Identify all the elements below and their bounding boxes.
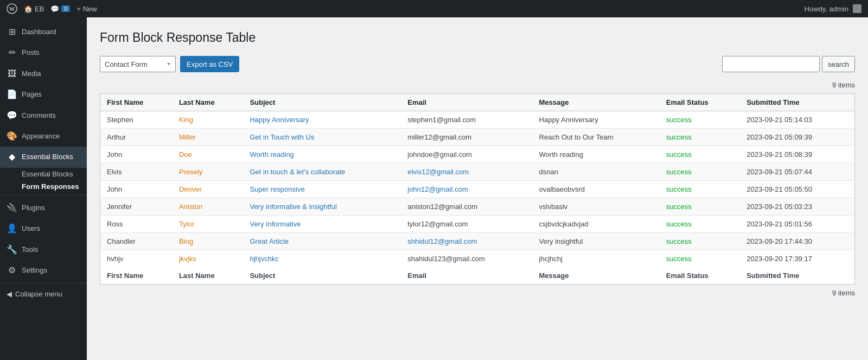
comments-sidebar-icon: 💬 bbox=[7, 110, 17, 122]
avatar[interactable] bbox=[853, 4, 861, 13]
items-count-bottom: 9 items bbox=[100, 289, 855, 297]
table-row: RossTylorVery Informativetylor12@gmail.c… bbox=[100, 216, 855, 233]
wp-logo-icon: W bbox=[7, 3, 17, 14]
search-button[interactable]: search bbox=[822, 56, 855, 72]
table-cell: Super responsive bbox=[243, 181, 401, 198]
table-row: ElvisPreselyGet in touch & let's collabo… bbox=[100, 163, 855, 181]
table-cell: elvis12@gmail.com bbox=[401, 163, 532, 181]
tools-icon: 🔧 bbox=[7, 244, 17, 256]
footer-submitted: Submitted Time bbox=[740, 267, 854, 285]
table-cell: success bbox=[660, 250, 740, 268]
table-row: JenniferAnistonVery informative & insigh… bbox=[100, 198, 855, 216]
table-cell: 2023-09-21 05:08:39 bbox=[740, 146, 854, 163]
sidebar-item-pages[interactable]: 📄 Pages bbox=[0, 84, 87, 105]
table-cell: Chandler bbox=[100, 233, 173, 250]
essential-blocks-icon: ◆ bbox=[7, 151, 17, 163]
sidebar-sub-label-form: Form Responses bbox=[22, 182, 79, 191]
table-cell: 2023-09-21 05:07:44 bbox=[740, 163, 854, 181]
footer-firstname: First Name bbox=[100, 267, 173, 285]
table-cell: 2023-09-20 17:39:17 bbox=[740, 250, 854, 268]
sidebar-item-comments[interactable]: 💬 Comments bbox=[0, 105, 87, 126]
sidebar-label-tools: Tools bbox=[22, 245, 38, 255]
admin-bar-right: Howdy, admin bbox=[805, 4, 861, 13]
table-cell: Worth reading bbox=[533, 146, 660, 163]
table-cell: Jennifer bbox=[100, 198, 173, 216]
site-name-link[interactable]: 🏠 EB bbox=[24, 5, 44, 13]
table-cell: 2023-09-21 05:05:50 bbox=[740, 181, 854, 198]
sidebar-item-tools[interactable]: 🔧 Tools bbox=[0, 239, 87, 260]
col-header-email: Email bbox=[401, 94, 532, 111]
table-cell: Very informative & insightful bbox=[243, 198, 401, 216]
col-header-firstname: First Name bbox=[100, 94, 173, 111]
page-title: Form Block Response Table bbox=[100, 30, 855, 45]
sidebar-item-settings[interactable]: ⚙ Settings bbox=[0, 260, 87, 281]
sidebar-item-posts[interactable]: ✏ Posts bbox=[0, 42, 87, 63]
wp-logo-link[interactable]: W bbox=[7, 3, 17, 14]
sidebar-sub-essential-blocks[interactable]: Essential Blocks bbox=[0, 168, 87, 180]
table-cell: 2023-09-21 05:03:23 bbox=[740, 198, 854, 216]
table-cell: stephen1@gmail.com bbox=[401, 111, 532, 129]
table-cell: ovalbaeobvsrd bbox=[533, 181, 660, 198]
sidebar-item-dashboard[interactable]: ⊞ Dashboard bbox=[0, 22, 87, 42]
comment-icon: 💬 bbox=[50, 5, 59, 13]
table-cell: success bbox=[660, 146, 740, 163]
table-cell: Presely bbox=[173, 163, 244, 181]
table-cell: Get in Touch with Us bbox=[243, 129, 401, 146]
dashboard-icon: ⊞ bbox=[7, 26, 17, 38]
table-row: ArthurMillerGet in Touch with Usmiller12… bbox=[100, 129, 855, 146]
table-cell: Happy Anniversary bbox=[243, 111, 401, 129]
new-button[interactable]: + New bbox=[76, 5, 97, 13]
table-cell: Aniston bbox=[173, 198, 244, 216]
sidebar-item-essential-blocks[interactable]: ◆ Essential Blocks bbox=[0, 147, 87, 167]
form-selector[interactable]: Contact Form bbox=[100, 56, 176, 72]
table-row: JohnDenverSuper responsivejohn12@gmail.c… bbox=[100, 181, 855, 198]
main-content: Form Block Response Table Contact Form E… bbox=[87, 17, 868, 360]
footer-status: Email Status bbox=[660, 267, 740, 285]
table-cell: hjhjvchkc bbox=[243, 250, 401, 268]
col-header-subject: Subject bbox=[243, 94, 401, 111]
table-cell: Great Article bbox=[243, 233, 401, 250]
items-count-top: 9 items bbox=[100, 81, 855, 89]
table-cell: Stephen bbox=[100, 111, 173, 129]
sidebar-item-plugins[interactable]: 🔌 Plugins bbox=[0, 198, 87, 218]
table-body: StephenKingHappy Anniversarystephen1@gma… bbox=[100, 111, 855, 268]
col-header-status: Email Status bbox=[660, 94, 740, 111]
sidebar-item-appearance[interactable]: 🎨 Appearance bbox=[0, 126, 87, 147]
sidebar-item-users[interactable]: 👤 Users bbox=[0, 218, 87, 239]
table-row: StephenKingHappy Anniversarystephen1@gma… bbox=[100, 111, 855, 129]
sidebar-sub-label-eb: Essential Blocks bbox=[22, 170, 73, 178]
table-cell: Bing bbox=[173, 233, 244, 250]
sidebar-sub-form-responses[interactable]: Form Responses bbox=[0, 180, 87, 193]
table-footer-row: First Name Last Name Subject Email Messa… bbox=[100, 267, 855, 285]
table-cell: John bbox=[100, 181, 173, 198]
table-cell: Happy Anniversary bbox=[533, 111, 660, 129]
search-area: search bbox=[722, 56, 855, 72]
comments-link[interactable]: 💬 0 bbox=[50, 5, 70, 13]
table-cell: Elvis bbox=[100, 163, 173, 181]
admin-bar-left: W 🏠 EB 💬 0 + New bbox=[7, 3, 798, 14]
table-cell: hvhjv bbox=[100, 250, 173, 268]
table-cell: aniston12@gmail.com bbox=[401, 198, 532, 216]
table-cell: success bbox=[660, 163, 740, 181]
response-table: First Name Last Name Subject Email Messa… bbox=[100, 93, 855, 285]
export-csv-button[interactable]: Export as CSV bbox=[180, 56, 239, 72]
footer-email: Email bbox=[401, 267, 532, 285]
table-cell: 2023-09-20 17:44:30 bbox=[740, 233, 854, 250]
table-cell: shahidul123@gmail.com bbox=[401, 250, 532, 268]
sidebar-item-media[interactable]: 🖼 Media bbox=[0, 64, 87, 84]
sidebar-label-appearance: Appearance bbox=[22, 131, 60, 141]
table-cell: Very insightful bbox=[533, 233, 660, 250]
howdy-text: Howdy, admin bbox=[805, 5, 848, 13]
table-cell: Get in touch & let's collaborate bbox=[243, 163, 401, 181]
table-cell: dsnan bbox=[533, 163, 660, 181]
collapse-menu-button[interactable]: ◀ Collapse menu bbox=[0, 286, 87, 302]
search-input[interactable] bbox=[722, 56, 820, 72]
sidebar: ⊞ Dashboard ✏ Posts 🖼 Media 📄 Pages 💬 Co… bbox=[0, 17, 87, 360]
table-cell: tylor12@gmail.com bbox=[401, 216, 532, 233]
table-row: JohnDoeWorth readingjohndoe@gmail.comWor… bbox=[100, 146, 855, 163]
col-header-submitted: Submitted Time bbox=[740, 94, 854, 111]
table-cell: 2023-09-21 05:01:56 bbox=[740, 216, 854, 233]
table-cell: johndoe@gmail.com bbox=[401, 146, 532, 163]
site-short-icon: 🏠 bbox=[24, 5, 33, 13]
settings-icon: ⚙ bbox=[7, 264, 17, 276]
